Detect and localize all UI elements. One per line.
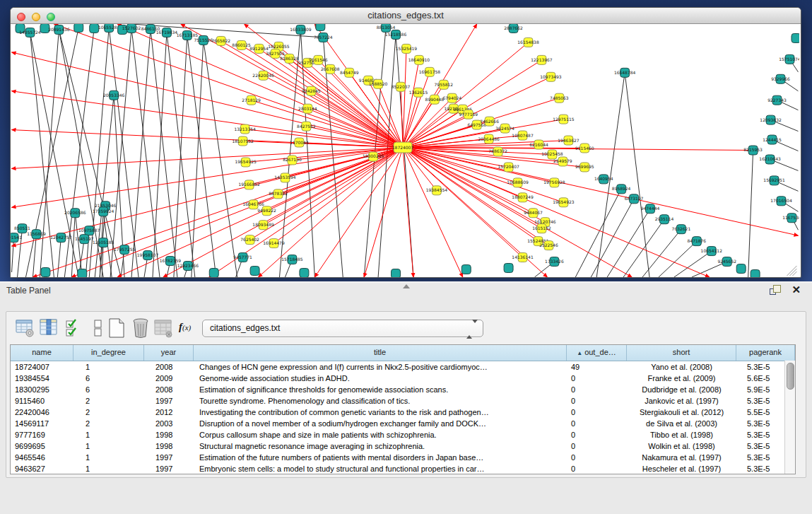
table-cell-year[interactable]: 2012: [144, 407, 194, 418]
table-cell-name[interactable]: 9699695: [11, 440, 73, 452]
column-header-in_degree[interactable]: in_degree: [73, 345, 144, 361]
table-cell-year[interactable]: 1997: [144, 463, 194, 474]
table-cell-in_degree[interactable]: 1: [73, 429, 144, 440]
table-row[interactable]: 1938455462009Genome-wide association stu…: [11, 373, 795, 384]
graph-node[interactable]: [300, 269, 309, 277]
table-row[interactable]: 911546021997Tourette syndrome. Phenomeno…: [11, 395, 795, 407]
table-cell-year[interactable]: 1998: [144, 429, 194, 440]
table-cell-in_degree[interactable]: 2: [73, 407, 144, 418]
zoom-window-button[interactable]: [47, 13, 55, 21]
table-cell-short[interactable]: Franke et al. (2009): [627, 373, 736, 384]
graph-node[interactable]: [74, 24, 83, 32]
network-canvas[interactable]: 1872400776658228860125891295418226055382…: [11, 24, 799, 277]
table-cell-name[interactable]: 9465546: [11, 452, 73, 463]
graph-node[interactable]: [461, 265, 471, 274]
table-cell-short[interactable]: Hescheler et al. (1997): [627, 463, 736, 474]
table-row[interactable]: 1872400712008Changes of HCN gene express…: [11, 361, 795, 373]
table-cell-in_degree[interactable]: 6: [73, 384, 144, 395]
table-cell-out_degree[interactable]: 0: [567, 373, 627, 384]
close-window-button[interactable]: [17, 13, 25, 21]
splitter-collapse-icon[interactable]: [403, 284, 410, 288]
table-row[interactable]: 2242004622012Investigating the contribut…: [11, 407, 795, 418]
table-cell-in_degree[interactable]: 2: [73, 395, 144, 407]
table-cell-in_degree[interactable]: 1: [73, 361, 144, 373]
table-cell-year[interactable]: 1997: [144, 395, 194, 407]
resize-grip-icon[interactable]: [787, 266, 796, 276]
row-height-icon[interactable]: [88, 317, 108, 339]
table-cell-name[interactable]: 19384554: [11, 373, 73, 384]
table-cell-title[interactable]: Tourette syndrome. Phenomenology and cla…: [194, 395, 567, 407]
table-cell-in_degree[interactable]: 1: [73, 440, 144, 452]
graph-node[interactable]: [78, 269, 87, 277]
table-cell-year[interactable]: 2008: [144, 361, 194, 373]
table-cell-title[interactable]: Changes of HCN gene expression and I(f) …: [194, 361, 567, 373]
table-cell-short[interactable]: Tibbo et al. (1998): [627, 429, 736, 440]
graph-node[interactable]: [250, 267, 259, 276]
table-cell-out_degree[interactable]: 0: [567, 440, 627, 452]
close-panel-icon[interactable]: ✕: [792, 284, 801, 296]
column-header-short[interactable]: short: [627, 345, 736, 361]
delete-table-icon[interactable]: [131, 317, 151, 339]
table-cell-out_degree[interactable]: 0: [567, 463, 627, 474]
graph-node[interactable]: [792, 33, 799, 42]
table-cell-title[interactable]: Structural magnetic resonance image aver…: [194, 440, 567, 452]
table-cell-out_degree[interactable]: 0: [567, 384, 627, 395]
table-cell-in_degree[interactable]: 1: [73, 463, 144, 474]
table-row[interactable]: 969969511998Structural magnetic resonanc…: [11, 440, 795, 452]
function-builder-icon[interactable]: f(x): [179, 321, 199, 342]
column-header-out_degree[interactable]: ▲out_de…: [567, 345, 627, 361]
table-cell-name[interactable]: 9115460: [11, 395, 73, 407]
table-cell-out_degree[interactable]: 0: [567, 429, 627, 440]
table-cell-name[interactable]: 14569117: [11, 418, 73, 429]
table-cell-year[interactable]: 2008: [144, 384, 194, 395]
table-cell-out_degree[interactable]: 0: [567, 395, 627, 407]
graph-node[interactable]: [392, 269, 401, 277]
table-cell-year[interactable]: 2009: [144, 373, 194, 384]
column-header-year[interactable]: year: [144, 345, 194, 361]
table-cell-name[interactable]: 9463627: [11, 463, 73, 474]
float-panel-icon[interactable]: [770, 285, 781, 295]
network-view-window[interactable]: citations_edges.txt 18724007766582288601…: [10, 7, 801, 278]
table-cell-name[interactable]: 22420046: [11, 407, 73, 418]
table-cell-year[interactable]: 1997: [144, 452, 194, 463]
table-cell-short[interactable]: Jankovic et al. (1997): [627, 395, 736, 407]
table-cell-in_degree[interactable]: 1: [73, 452, 144, 463]
table-vertical-scrollbar[interactable]: [784, 361, 795, 474]
table-row[interactable]: 977716911998Corpus callosum shape and si…: [11, 429, 795, 440]
table-cell-title[interactable]: Corpus callosum shape and size in male p…: [194, 429, 567, 440]
table-selector-dropdown[interactable]: citations_edges.txt: [202, 320, 483, 337]
table-cell-title[interactable]: Investigating the contribution of common…: [194, 407, 567, 418]
table-cell-in_degree[interactable]: 2: [73, 418, 144, 429]
table-cell-year[interactable]: 2003: [144, 418, 194, 429]
table-cell-out_degree[interactable]: 0: [567, 418, 627, 429]
table-cell-title[interactable]: Disruption of a novel member of a sodium…: [194, 418, 567, 429]
window-titlebar[interactable]: citations_edges.txt: [11, 8, 801, 24]
table-cell-short[interactable]: Nakamura et al. (1997): [627, 452, 736, 463]
column-header-pagerank[interactable]: pagerank: [736, 345, 795, 361]
table-settings-icon[interactable]: [15, 317, 35, 339]
graph-node[interactable]: [316, 24, 325, 30]
table-row[interactable]: 946362711997Embryonic stem cells: a mode…: [11, 463, 795, 474]
select-all-columns-icon[interactable]: [64, 317, 84, 339]
table-cell-out_degree[interactable]: 0: [567, 452, 627, 463]
table-cell-title[interactable]: Embryonic stem cells: a model to study s…: [194, 463, 567, 474]
table-row[interactable]: 1456911722003Disruption of a novel membe…: [11, 418, 795, 429]
graph-node[interactable]: [209, 269, 218, 277]
table-cell-name[interactable]: 9777169: [11, 429, 73, 440]
scrollbar-thumb[interactable]: [787, 363, 794, 390]
graph-node[interactable]: [90, 24, 99, 33]
table-cell-title[interactable]: Estimation of significance thresholds fo…: [194, 384, 567, 395]
table-cell-short[interactable]: de Silva et al. (2003): [627, 418, 736, 429]
table-cell-short[interactable]: Yano et al. (2008): [627, 361, 736, 373]
column-header-title[interactable]: title: [194, 345, 567, 361]
column-chooser-icon[interactable]: [39, 317, 59, 339]
minimize-window-button[interactable]: [32, 13, 40, 21]
table-cell-short[interactable]: Dudbridge et al. (2008): [627, 384, 736, 395]
table-cell-out_degree[interactable]: 49: [567, 361, 627, 373]
table-cell-title[interactable]: Genome-wide association studies in ADHD.: [194, 373, 567, 384]
citation-network-graph[interactable]: 1872400776658228860125891295418226055382…: [11, 24, 799, 277]
table-row[interactable]: 1830029562008Estimation of significance …: [11, 384, 795, 395]
table-cell-title[interactable]: Estimation of the future numbers of pati…: [194, 452, 567, 463]
graph-node[interactable]: [736, 264, 746, 274]
table-cell-short[interactable]: Stergiakouli et al. (2012): [627, 407, 736, 418]
